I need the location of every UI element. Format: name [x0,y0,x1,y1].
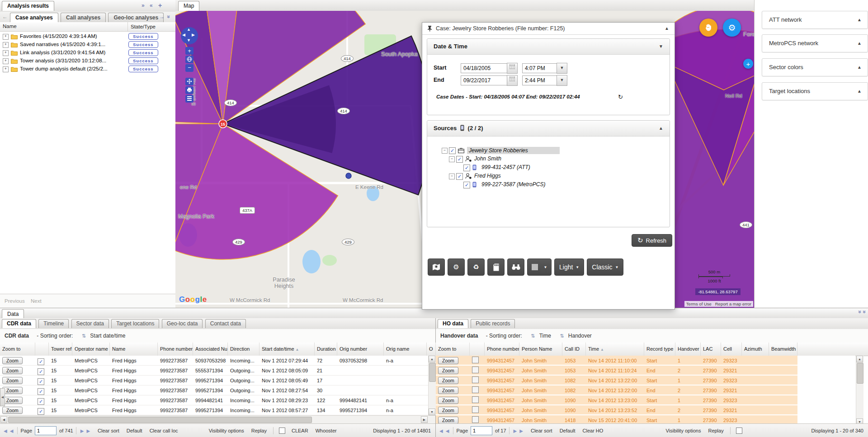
sector-color-dropdown[interactable]: ▼ [527,258,552,276]
recycle-button[interactable]: ♻ [467,258,485,276]
column-header[interactable]: Zoom to [0,343,35,356]
table-row[interactable]: Zoom✓15MetroPCSFred Higgs999227358799944… [0,395,428,405]
source-checkbox[interactable]: ✓ [463,182,470,188]
visibility-options-button[interactable]: Visibility options [209,428,244,433]
collapse-icon[interactable]: ▲ [857,11,862,28]
zoom-to-button[interactable]: Zoom [438,397,458,404]
expand-icon[interactable]: + [3,50,9,56]
ho-vertical-scrollbar[interactable]: ▲ ▼ [856,356,863,425]
column-state-type[interactable]: State/Type [127,22,156,31]
row-checkbox[interactable] [472,357,479,363]
map-settings-button[interactable]: ⚙ [723,19,741,37]
ho-page-input[interactable] [471,426,492,435]
last-page-icon[interactable]: ▶ [86,428,90,433]
table-row[interactable]: Zoom9994312457John Smith1053Nov 14 2012 … [436,356,797,366]
case-dialog[interactable]: Case: Jewelry Store Robberies (File numb… [422,22,675,310]
start-calendar-button[interactable] [507,63,518,74]
previous-button[interactable]: Previous [5,298,25,304]
zoom-out-button[interactable]: − [185,64,193,72]
dialog-collapse-icon[interactable]: ▲ [665,26,669,31]
terms-of-use-link[interactable]: Terms of Use [686,301,712,306]
collapse-icon[interactable]: ▲ [857,35,862,52]
zoom-to-button[interactable]: Zoom [2,367,23,374]
table-row[interactable]: Zoom✓15MetroPCSFred Higgs999227358799952… [0,385,428,395]
analysis-tree-row[interactable]: +Link analysis (3/31/2020 9:41:54 AM)Suc… [0,49,175,57]
pan-up-icon[interactable]: ▲ [187,27,191,32]
clear-button[interactable]: CLEAR [292,428,308,433]
table-row[interactable]: Zoom9994312457John Smith1053Nov 14 2012 … [436,366,797,376]
column-header[interactable]: Tower ref [49,343,72,356]
tab-data[interactable]: Data [2,309,24,319]
column-header[interactable]: Phone number [485,343,519,356]
column-header[interactable]: Handover [675,343,701,356]
first-page-icon[interactable]: ◀ [4,428,7,433]
last-page-icon[interactable]: ▶ [519,428,523,433]
prev-page-icon[interactable]: ◀ [10,428,14,433]
tab-case-analyses[interactable]: Case analyses [10,13,58,23]
replay-button[interactable]: Replay [708,428,723,433]
tab-public-records[interactable]: Public records [471,319,515,328]
end-time-input[interactable]: 2:44 PM [522,75,558,85]
tab-map[interactable]: Map [178,1,199,11]
analysis-tree-row[interactable]: +Saved narratives (4/15/2020 4:39:1...Su… [0,41,175,49]
default-button[interactable]: Default [560,428,576,433]
tab-contact-data[interactable]: Contact data [205,319,246,328]
tab-analysis-results[interactable]: Analysis results [2,1,54,11]
column-header[interactable] [470,343,485,356]
column-header[interactable]: Cell [721,343,742,356]
map-layers-button[interactable] [428,258,445,276]
column-header[interactable] [35,343,49,356]
table-row[interactable]: Zoom9994312457John Smith1082Nov 14 2012 … [436,376,797,385]
source-label[interactable]: John Smith [474,155,501,162]
column-header[interactable]: Time ▲ [586,343,644,356]
cdr-page-input[interactable] [35,426,57,435]
row-checkbox[interactable]: ✓ [38,398,44,405]
globe-button[interactable] [185,56,193,63]
next-page-icon[interactable]: ▶ [80,428,84,433]
analysis-name[interactable]: Tower analysis (3/31/2020 10:12:08... [20,58,106,63]
tab-call-analyses[interactable]: Call analyses [61,13,106,23]
replay-button[interactable]: Replay [251,428,267,433]
clear-ho-button[interactable]: Clear HO [583,428,604,433]
row-checkbox[interactable]: ✓ [38,358,44,365]
chevrons-right-icon[interactable]: » [142,2,145,9]
chevrons-left-icon[interactable]: « [150,2,153,9]
cdr-vertical-scrollbar[interactable]: ▲ ▼ [428,356,436,415]
memory-card-button[interactable] [487,258,505,276]
end-calendar-button[interactable] [507,75,518,86]
column-header[interactable]: Name [110,343,158,356]
zoom-to-button[interactable]: Zoom [438,417,458,424]
sort-icon2[interactable]: ⇅ [560,333,564,338]
collapse-panel-icon2[interactable]: » [862,310,868,314]
source-label[interactable]: Fred Higgs [474,173,501,179]
source-checkbox[interactable]: ✓ [463,164,470,171]
column-header[interactable]: Zoom to [436,343,470,356]
collapse-icon[interactable]: ▲ [857,59,862,76]
tab-overflow-icon[interactable]: » [165,15,172,19]
expand-icon[interactable]: + [3,58,9,64]
zoom-to-button[interactable]: Zoom [2,357,23,364]
zoom-to-button[interactable]: Zoom [438,407,458,414]
first-page-icon[interactable]: ◀ [439,428,443,433]
clear-sort-button[interactable]: Clear sort [98,428,119,433]
case-dialog-titlebar[interactable]: Case: Jewelry Store Robberies (File numb… [422,23,675,35]
cdr-horizontal-scrollbar[interactable]: ◀ ▶ [0,415,435,423]
collapse-node-icon[interactable]: − [449,156,455,162]
next-button[interactable]: Next [31,298,42,304]
accordion-att-network[interactable]: ATT network ▲ [762,11,868,29]
column-header[interactable]: Azimuth [742,343,769,356]
collapse-icon[interactable]: ▲ [659,121,663,136]
source-label[interactable]: 999-227-3587 (MetroPCS) [481,181,545,188]
column-header[interactable]: Record type [644,343,675,356]
column-header[interactable]: Call ID [562,343,586,356]
source-label[interactable]: 999-431-2457 (ATT) [481,164,530,170]
cdr-sort-value[interactable]: Start date/time [90,333,125,339]
pan-left-icon[interactable]: ◀ [182,33,185,37]
tab-ho-data[interactable]: HO data [438,319,468,328]
collapse-icon[interactable]: ▲ [857,83,862,100]
sort-icon[interactable]: ⇅ [531,333,535,338]
panel-splitter-handle[interactable]: ◀ [0,388,5,406]
column-header[interactable]: Operator name [72,343,110,356]
pan-down-icon[interactable]: ▼ [187,38,191,42]
accordion-target-locations[interactable]: Target locations ▲ [762,82,868,100]
